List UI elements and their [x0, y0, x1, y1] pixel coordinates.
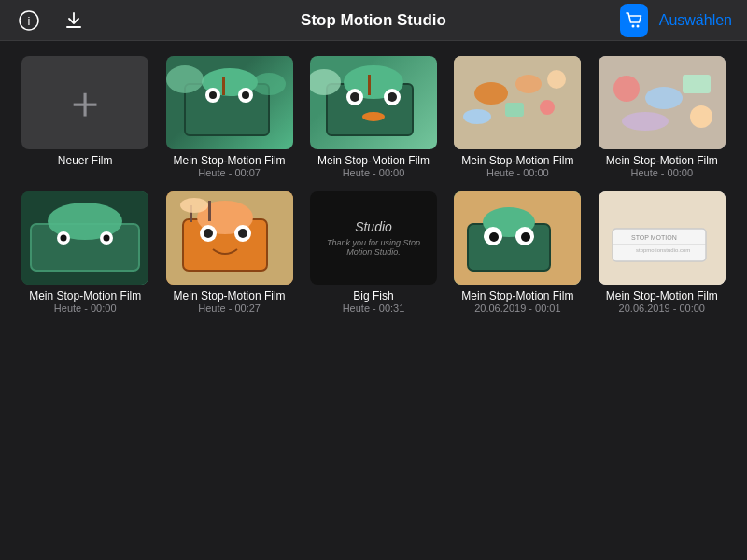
film-thumbnail-3: [454, 56, 581, 149]
svg-rect-51: [208, 201, 211, 221]
svg-point-29: [547, 70, 566, 89]
film-thumbnail-9: STOP MOTION stopmotionstudio.com: [599, 191, 726, 285]
svg-point-3: [631, 24, 634, 27]
cart-button[interactable]: [620, 4, 648, 37]
film-title-5: Mein Stop-Motion Film: [29, 289, 141, 302]
film-item-3[interactable]: Mein Stop-Motion Film Heute - 00:00: [451, 56, 584, 178]
svg-point-19: [388, 92, 397, 102]
film-thumbnail-6: [166, 191, 293, 285]
svg-point-28: [463, 109, 491, 124]
svg-point-13: [252, 73, 286, 95]
svg-rect-33: [683, 75, 711, 93]
film-title-3: Mein Stop-Motion Film: [461, 154, 573, 167]
film-thumbnail-7: Studio Thank you for using Stop Motion S…: [310, 191, 437, 285]
film-thumbnail-2: [310, 56, 437, 149]
svg-point-17: [350, 92, 359, 102]
svg-rect-26: [505, 103, 524, 117]
thumb-bg-3: [454, 56, 581, 149]
svg-point-59: [521, 232, 530, 242]
thumb-bg-6: [166, 191, 293, 285]
svg-point-12: [166, 65, 204, 93]
app-title: Stop Motion Studio: [127, 11, 620, 30]
film-subtitle-3: Heute - 00:00: [486, 167, 549, 178]
thumb-bg-4: [599, 56, 726, 149]
big-fish-thanks: Thank you for using Stop Motion Studio.: [317, 238, 430, 257]
svg-point-32: [645, 87, 683, 109]
film-title-2: Mein Stop-Motion Film: [317, 154, 430, 167]
svg-point-34: [690, 105, 712, 128]
svg-point-25: [515, 75, 542, 93]
svg-point-35: [622, 112, 669, 131]
film-title-6: Mein Stop-Motion Film: [174, 289, 286, 302]
film-thumbnail-5: [21, 191, 148, 285]
big-fish-signature: Studio: [355, 219, 392, 234]
new-film-thumbnail[interactable]: ＋: [21, 56, 148, 149]
svg-point-52: [180, 198, 208, 213]
film-thumbnail-8: [454, 191, 581, 285]
svg-point-57: [489, 232, 499, 242]
film-subtitle-8: 20.06.2019 - 00:01: [474, 302, 560, 314]
plus-icon: ＋: [63, 73, 107, 133]
svg-rect-11: [222, 77, 225, 95]
svg-point-4: [636, 24, 639, 27]
film-item-8[interactable]: Mein Stop-Motion Film 20.06.2019 - 00:01: [451, 191, 584, 314]
svg-point-24: [474, 82, 508, 105]
select-button[interactable]: Auswählen: [659, 12, 732, 29]
film-subtitle-7: Heute - 00:31: [343, 302, 405, 314]
film-item-2[interactable]: Mein Stop-Motion Film Heute - 00:00: [307, 56, 440, 178]
svg-text:STOP MOTION: STOP MOTION: [631, 234, 677, 241]
film-title-7: Big Fish: [353, 289, 393, 302]
svg-point-20: [362, 112, 385, 121]
thumb-bg-2: [310, 56, 437, 149]
svg-point-10: [242, 91, 249, 99]
film-subtitle-1: Heute - 00:07: [198, 167, 261, 178]
film-thumbnail-4: [599, 56, 726, 149]
svg-point-8: [209, 91, 217, 99]
download-button[interactable]: [60, 7, 88, 35]
svg-point-42: [104, 235, 110, 242]
film-subtitle-6: Heute - 00:27: [198, 302, 261, 314]
thumb-bg-9: STOP MOTION stopmotionstudio.com: [599, 191, 726, 285]
info-button[interactable]: i: [15, 7, 43, 35]
thumb-bg-7: Studio Thank you for using Stop Motion S…: [310, 191, 437, 285]
film-subtitle-4: Heute - 00:00: [630, 167, 693, 178]
film-subtitle-9: 20.06.2019 - 00:00: [619, 302, 705, 314]
thumb-bg-5: [21, 191, 148, 285]
film-title-8: Mein Stop-Motion Film: [461, 289, 573, 302]
thumb-bg-8: [454, 191, 581, 285]
film-title-1: Mein Stop-Motion Film: [174, 154, 286, 167]
svg-point-47: [204, 229, 213, 238]
header-right-actions: Auswählen: [620, 4, 732, 37]
film-title-9: Mein Stop-Motion Film: [606, 289, 718, 302]
svg-point-27: [540, 100, 555, 115]
film-item-5[interactable]: Mein Stop-Motion Film Heute - 00:00: [19, 191, 151, 314]
new-film-title: Neuer Film: [58, 154, 113, 167]
svg-text:i: i: [28, 13, 31, 27]
film-item-4[interactable]: Mein Stop-Motion Film Heute - 00:00: [596, 56, 728, 178]
film-thumbnail-1: [166, 56, 293, 149]
app-header: i Stop Motion Studio Auswählen: [0, 0, 747, 41]
film-subtitle-5: Heute - 00:00: [54, 302, 117, 314]
header-left-actions: i: [15, 7, 127, 35]
svg-point-40: [61, 235, 67, 242]
film-title-4: Mein Stop-Motion Film: [606, 154, 718, 167]
svg-rect-21: [368, 75, 371, 95]
film-subtitle-2: Heute - 00:00: [343, 167, 405, 178]
svg-rect-2: [66, 26, 81, 28]
film-item-9[interactable]: STOP MOTION stopmotionstudio.com Mein St…: [596, 191, 728, 314]
svg-point-31: [613, 76, 640, 102]
svg-point-49: [238, 229, 247, 238]
thumb-bg-1: [166, 56, 293, 149]
film-item-7[interactable]: Studio Thank you for using Stop Motion S…: [307, 191, 440, 314]
film-grid: ＋ Neuer Film Mein Stop-Motion Film: [0, 41, 747, 329]
film-item-6[interactable]: Mein Stop-Motion Film Heute - 00:27: [162, 191, 295, 314]
film-item-1[interactable]: Mein Stop-Motion Film Heute - 00:07: [162, 56, 295, 178]
svg-text:stopmotionstudio.com: stopmotionstudio.com: [636, 247, 690, 253]
new-film-item[interactable]: ＋ Neuer Film: [19, 56, 151, 178]
